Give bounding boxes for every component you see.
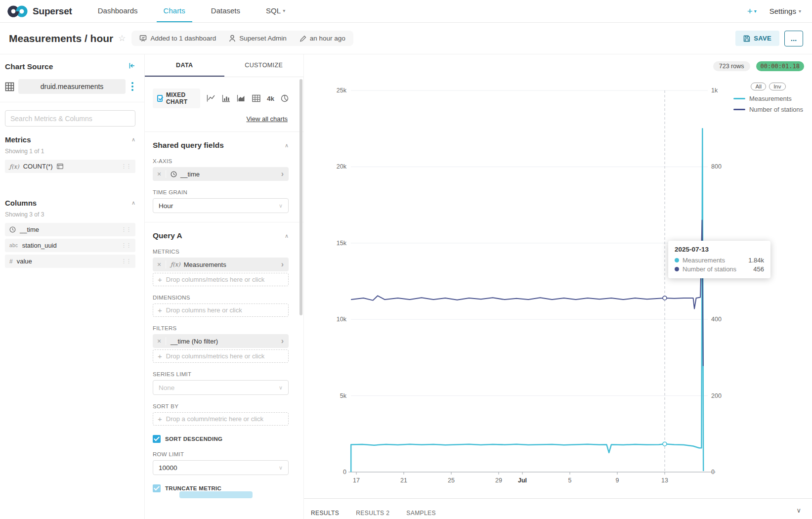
more-options-button[interactable]: ...	[784, 31, 803, 46]
collapse-results-chevron-icon[interactable]: ∨	[796, 507, 801, 514]
table-icon	[5, 82, 14, 91]
dashboards-badge[interactable]: Added to 1 dashboard	[139, 35, 216, 42]
svg-text:13: 13	[661, 477, 668, 484]
svg-text:5: 5	[568, 477, 572, 484]
caret-right-icon[interactable]: ›	[276, 260, 289, 269]
save-button[interactable]: SAVE	[735, 31, 779, 46]
abc-icon: abc	[9, 243, 18, 248]
drag-handle-icon[interactable]: ⋮⋮	[121, 259, 131, 263]
x-axis-field[interactable]: × __time ›	[153, 167, 289, 181]
clock-icon	[9, 226, 16, 233]
svg-text:0: 0	[343, 469, 346, 476]
svg-text:200: 200	[711, 392, 722, 399]
column-item-value[interactable]: # value ⋮⋮	[5, 255, 135, 268]
checkbox-checked-icon	[157, 95, 163, 102]
nav-dashboards[interactable]: Dashboards	[91, 0, 145, 22]
metric-field-measurements[interactable]: × ƒ(x) Measurements ›	[153, 258, 289, 271]
sort-by-dropzone[interactable]: + Drop a column/metric here or click	[153, 412, 289, 426]
close-icon[interactable]: ×	[153, 260, 166, 268]
plus-icon: +	[158, 306, 162, 314]
legend-swatch	[733, 98, 745, 99]
nav-charts[interactable]: Charts	[157, 0, 192, 22]
view-all-charts-link[interactable]: View all charts	[153, 115, 288, 123]
legend-item-measurements[interactable]: Measurements	[733, 95, 803, 102]
svg-text:1k: 1k	[711, 87, 718, 94]
time-grain-select[interactable]: Hour ∨	[153, 198, 289, 213]
superset-brand[interactable]: Superset	[0, 0, 85, 22]
legend-inv-button[interactable]: Inv	[769, 83, 785, 90]
chart-meta-group: Added to 1 dashboard Superset Admin an h…	[131, 31, 353, 46]
metric-item-count[interactable]: ƒ(x) COUNT(*) ⋮⋮	[5, 160, 135, 173]
svg-text:Jul: Jul	[518, 477, 527, 484]
table-chart-icon[interactable]	[252, 94, 260, 102]
viz-type-mixed-chart[interactable]: MIXED CHART	[153, 88, 200, 108]
nav-sql[interactable]: SQL ▾	[259, 0, 292, 22]
control-panel-scrollbar[interactable]	[299, 79, 302, 315]
settings-menu[interactable]: Settings ▾	[769, 7, 801, 15]
column-item-station-uuid[interactable]: abc station_uuid ⋮⋮	[5, 239, 135, 252]
owner-badge[interactable]: Superset Admin	[229, 35, 286, 42]
series-dot-icon	[675, 258, 679, 262]
collapse-panel-icon[interactable]	[128, 62, 135, 71]
dimensions-dropzone[interactable]: + Drop columns here or click	[153, 303, 289, 317]
nav-datasets[interactable]: Datasets	[204, 0, 247, 22]
checkbox-checked-icon	[153, 435, 161, 443]
clock-icon	[171, 171, 177, 177]
chevron-up-icon[interactable]: ∧	[285, 233, 289, 239]
svg-text:400: 400	[711, 316, 722, 323]
bar-chart-icon[interactable]	[222, 94, 230, 102]
chart-source-title: Chart Source	[5, 62, 53, 71]
legend-all-button[interactable]: All	[751, 83, 766, 90]
drag-handle-icon[interactable]: ⋮⋮	[121, 227, 131, 232]
chevron-up-icon[interactable]: ∧	[285, 142, 289, 149]
caret-right-icon[interactable]: ›	[276, 170, 289, 178]
tab-customize[interactable]: CUSTOMIZE	[224, 54, 304, 77]
chart-header-bar: Measurements / hour ☆ Added to 1 dashboa…	[0, 23, 812, 54]
dataset-selector[interactable]: druid.measurements	[18, 79, 126, 94]
function-icon: ƒ(x)	[9, 163, 19, 170]
legend-item-number-of-stations[interactable]: Number of stations	[733, 106, 803, 113]
caret-down-icon: ∨	[279, 465, 283, 471]
columns-heading: Columns	[5, 199, 37, 207]
query-a-title: Query A	[153, 231, 182, 240]
last-modified-badge[interactable]: an hour ago	[299, 35, 345, 42]
pencil-icon	[299, 35, 306, 42]
chart-source-panel: Chart Source druid.measurements Metrics …	[0, 54, 145, 519]
tab-samples[interactable]: SAMPLES	[406, 510, 436, 517]
dataset-options-kebab-icon[interactable]	[129, 80, 135, 93]
sort-descending-checkbox[interactable]: SORT DESCENDING	[153, 435, 289, 443]
metrics-count: Showing 1 of 1	[5, 148, 135, 155]
close-icon[interactable]: ×	[153, 170, 166, 178]
drag-handle-icon[interactable]: ⋮⋮	[121, 164, 131, 169]
chevron-up-icon[interactable]: ∧	[131, 136, 135, 143]
big-number-chart-icon[interactable]: 4k	[267, 95, 274, 102]
control-panel: DATA CUSTOMIZE MIXED CHART 4k	[145, 54, 304, 519]
line-chart-icon[interactable]	[207, 94, 215, 102]
chevron-up-icon[interactable]: ∧	[131, 200, 135, 206]
caret-down-icon: ▾	[754, 8, 757, 14]
metrics-dropzone[interactable]: + Drop columns/metrics here or click	[153, 273, 289, 286]
svg-text:17: 17	[353, 477, 360, 484]
search-metrics-input[interactable]	[5, 110, 135, 127]
drag-handle-icon[interactable]: ⋮⋮	[121, 243, 131, 248]
area-chart-icon[interactable]	[237, 94, 246, 102]
row-limit-select[interactable]: 10000 ∨	[153, 460, 289, 475]
pie-chart-icon[interactable]	[281, 94, 289, 102]
tooltip-row: Number of stations 456	[675, 265, 764, 273]
caret-right-icon[interactable]: ›	[276, 337, 289, 346]
tab-results[interactable]: RESULTS	[311, 510, 339, 517]
svg-text:15k: 15k	[337, 240, 347, 247]
tab-data[interactable]: DATA	[145, 54, 224, 77]
series-limit-select[interactable]: None ∨	[153, 380, 289, 395]
close-icon[interactable]: ×	[153, 337, 166, 345]
x-axis-label: X-AXIS	[153, 158, 289, 164]
shared-query-fields-title: Shared query fields	[153, 141, 224, 150]
filters-dropzone[interactable]: + Drop columns/metrics here or click	[153, 349, 289, 363]
chart-tooltip: 2025-07-13 Measurements 1.84k Number of …	[668, 241, 770, 278]
filter-field-time[interactable]: × __time (No filter) ›	[153, 334, 289, 348]
new-item-button[interactable]: + ▾	[747, 6, 757, 17]
column-item-time[interactable]: __time ⋮⋮	[5, 223, 135, 236]
favorite-star-icon[interactable]: ☆	[118, 33, 126, 43]
truncate-metric-tooltip-fragment	[179, 491, 253, 498]
tab-results-2[interactable]: RESULTS 2	[356, 510, 389, 517]
